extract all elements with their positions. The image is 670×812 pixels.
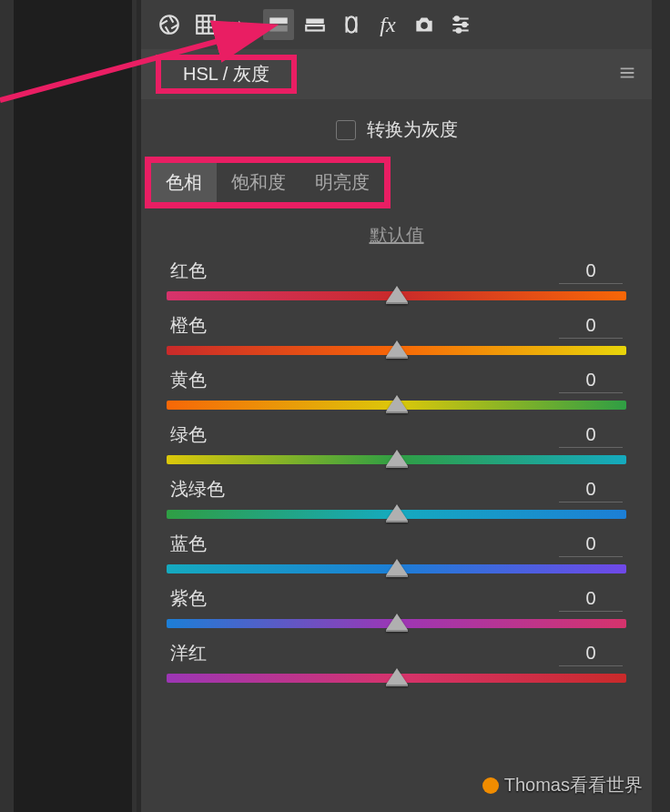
svg-point-0: [160, 15, 178, 34]
watermark: Thomas看看世界: [482, 773, 643, 797]
grayscale-label: 转换为灰度: [367, 117, 458, 142]
grayscale-row: 转换为灰度: [141, 99, 652, 157]
watermark-text: Thomas看看世界: [504, 773, 643, 797]
slider-thumb[interactable]: [386, 450, 408, 466]
slider-track[interactable]: [167, 346, 626, 355]
slider-thumb[interactable]: [386, 286, 408, 302]
slider-track[interactable]: [167, 401, 626, 410]
tabs-highlight-box: 色相 饱和度 明亮度: [145, 157, 391, 208]
hsl-tabs: 色相 饱和度 明亮度: [151, 163, 384, 202]
svg-rect-2: [269, 17, 288, 24]
left-dark-strip: [14, 0, 132, 812]
grayscale-checkbox[interactable]: [336, 120, 356, 140]
slider-thumb[interactable]: [386, 614, 408, 630]
camera-icon[interactable]: [409, 9, 440, 40]
slider-value[interactable]: 0: [559, 424, 623, 448]
slider-orange: 橙色 0: [167, 313, 626, 355]
tab-luminance[interactable]: 明亮度: [300, 163, 384, 202]
sliders-icon[interactable]: [445, 9, 476, 40]
lens-icon[interactable]: [336, 9, 367, 40]
gradient-icon[interactable]: [263, 9, 294, 40]
slider-thumb[interactable]: [386, 340, 408, 357]
slider-track[interactable]: [167, 455, 626, 464]
svg-point-7: [421, 22, 428, 29]
slider-purple: 紫色 0: [167, 586, 626, 628]
svg-rect-1: [197, 15, 215, 34]
panel-title: HSL / 灰度: [172, 60, 280, 87]
watermark-logo-icon: [482, 777, 499, 794]
fx-icon[interactable]: fx: [372, 9, 403, 40]
menu-icon[interactable]: [617, 63, 639, 86]
grid-icon[interactable]: [190, 9, 221, 40]
slider-value[interactable]: 0: [559, 260, 623, 284]
slider-track[interactable]: [167, 619, 626, 628]
slider-value[interactable]: 0: [559, 315, 623, 339]
tab-hue[interactable]: 色相: [151, 163, 217, 202]
mountain-icon[interactable]: [227, 9, 258, 40]
slider-magenta: 洋红 0: [167, 641, 626, 683]
aperture-icon[interactable]: [154, 9, 185, 40]
svg-point-9: [462, 23, 466, 26]
slider-thumb[interactable]: [386, 395, 408, 411]
slider-value[interactable]: 0: [559, 643, 623, 666]
slider-label: 黄色: [170, 368, 207, 392]
default-link[interactable]: 默认值: [370, 225, 424, 245]
slider-track[interactable]: [167, 674, 626, 683]
slider-track[interactable]: [167, 564, 626, 573]
left-gutter: [0, 0, 137, 812]
slider-label: 绿色: [170, 422, 207, 447]
slider-label: 橙色: [170, 313, 207, 338]
slider-blue: 蓝色 0: [167, 532, 626, 573]
slider-thumb[interactable]: [386, 668, 408, 685]
slider-value[interactable]: 0: [559, 479, 623, 502]
panel-title-row: HSL / 灰度: [141, 49, 652, 99]
slider-label: 蓝色: [170, 532, 207, 556]
svg-point-10: [457, 28, 461, 32]
slider-track[interactable]: [167, 291, 626, 300]
slider-value[interactable]: 0: [559, 533, 623, 557]
svg-point-8: [455, 16, 459, 20]
slider-track[interactable]: [167, 510, 626, 519]
slider-value[interactable]: 0: [559, 370, 623, 393]
right-gutter: [652, 0, 670, 812]
hsl-panel: fx HSL / 灰度 转换为灰度 色相 饱和度 明亮度 默认值: [141, 0, 652, 812]
slider-aqua: 浅绿色 0: [167, 477, 626, 519]
slider-red: 红色 0: [167, 259, 626, 300]
svg-point-6: [347, 16, 357, 32]
default-link-row: 默认值: [141, 208, 652, 259]
tab-saturation[interactable]: 饱和度: [217, 163, 300, 202]
split-icon[interactable]: [299, 9, 330, 40]
slider-thumb[interactable]: [386, 559, 408, 575]
slider-label: 浅绿色: [170, 477, 225, 502]
svg-rect-3: [269, 25, 288, 32]
panel-toolbar: fx: [141, 0, 652, 47]
slider-yellow: 黄色 0: [167, 368, 626, 410]
svg-rect-5: [306, 25, 324, 30]
svg-rect-4: [306, 19, 324, 24]
slider-label: 洋红: [170, 641, 207, 665]
slider-thumb[interactable]: [386, 504, 408, 521]
slider-label: 红色: [170, 259, 207, 283]
slider-value[interactable]: 0: [559, 588, 623, 612]
title-highlight-box: HSL / 灰度: [156, 55, 297, 94]
slider-label: 紫色: [170, 586, 207, 611]
slider-green: 绿色 0: [167, 422, 626, 464]
sliders-container: 红色 0 橙色 0 黄色 0: [141, 259, 652, 683]
